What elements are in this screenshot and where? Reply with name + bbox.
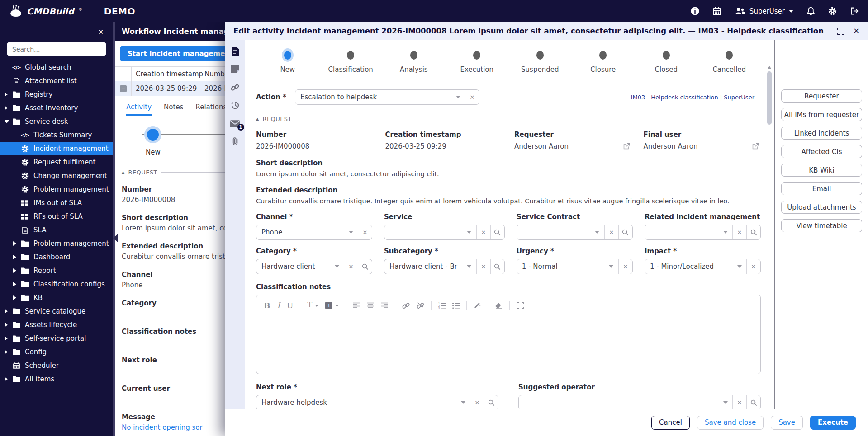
table-row[interactable]: − 2026-03-25 09:29 2026-IM000008 [115,81,225,96]
search-icon[interactable] [490,225,504,239]
sidebar-collapse-handle[interactable] [113,234,118,242]
sidebar-item-attachment-list[interactable]: Attachment list [0,74,113,88]
search-icon[interactable] [618,225,632,239]
action-combo[interactable]: Escalation to helpdesk ✕ [295,89,479,105]
clear-icon[interactable]: ✕ [732,395,746,410]
sidebar-item-registry[interactable]: Registry [0,88,113,101]
classification-notes-editor[interactable]: B I U T T 123 [256,295,761,374]
cancel-button[interactable]: Cancel [651,416,690,430]
activity-form-icon[interactable] [230,46,241,56]
sidebar-item-assets-lifecycle[interactable]: Assets lifecycle [0,318,113,332]
dropdown-caret-icon[interactable] [330,259,344,274]
dropdown-caret-icon[interactable] [462,259,476,274]
search-icon[interactable] [746,225,760,239]
align-left-button[interactable] [353,302,360,309]
search-icon[interactable] [490,259,504,274]
dropdown-caret-icon[interactable] [344,225,358,239]
sidebar-item-asset-inventory[interactable]: Asset Inventory [0,101,113,115]
sidebar-item-incident-management[interactable]: Incident management [0,142,113,155]
sidebar-item-classification-configs[interactable]: Classification configs. [0,277,113,291]
sidebar-item-config[interactable]: Config [0,345,113,359]
sidebar-item-dashboard[interactable]: Dashboard [0,250,113,264]
sidebar-item-change-management[interactable]: Change management [0,169,113,183]
open-final-user-icon[interactable] [752,143,759,150]
dropdown-caret-icon[interactable] [590,225,604,239]
bold-button[interactable]: B [264,301,270,310]
request-section-header[interactable]: ▲ REQUEST [256,116,761,122]
all-ims-from-requester-button[interactable]: All IMs from requester [781,108,862,121]
history-icon[interactable] [230,100,241,110]
unordered-list-button[interactable] [452,302,460,309]
dropdown-caret-icon[interactable] [451,90,465,104]
sidebar-item-tickets-summary[interactable]: </>Tickets Summary [0,128,113,142]
settings-gear-icon[interactable] [828,7,837,15]
impact-combo[interactable]: 1 - Minor/Localized ✕ [645,259,761,274]
column-creation-timestamp[interactable]: Creation timestamp [132,67,200,81]
sidebar-item-all-items[interactable]: All items [0,372,113,386]
content-scrollbar[interactable] [767,66,772,432]
editor-fullscreen-button[interactable] [517,302,524,309]
execute-button[interactable]: Execute [810,416,856,430]
search-icon[interactable] [484,395,498,410]
sidebar-item-request-fulfilment[interactable]: Request fulfilment [0,155,113,169]
attachments-paperclip-icon[interactable] [230,136,241,146]
next-role-combo[interactable]: Hardware helpdesk ✕ [256,395,498,410]
tab-relations[interactable]: Relations [195,103,225,116]
dropdown-caret-icon[interactable] [604,259,618,274]
clear-icon[interactable]: ✕ [476,225,490,239]
clear-icon[interactable]: ✕ [344,259,358,274]
sidebar-item-problem-management[interactable]: Problem management [0,183,113,196]
linked-incidents-button[interactable]: Linked incidents [781,127,862,140]
user-menu[interactable]: SuperUser [735,7,793,15]
dropdown-caret-icon[interactable] [462,225,476,239]
view-timetable-button[interactable]: View timetable [781,219,862,232]
search-icon[interactable] [746,395,760,410]
ordered-list-button[interactable]: 123 [438,302,446,309]
start-incident-management-button[interactable]: Start Incident management [120,46,225,61]
clear-icon[interactable]: ✕ [470,395,484,410]
open-requester-icon[interactable] [623,143,630,150]
dropdown-caret-icon[interactable] [718,395,732,410]
tab-activity[interactable]: Activity [126,103,152,116]
sidebar-item-scheduler[interactable]: Scheduler [0,359,113,372]
suggested-operator-combo[interactable]: ✕ [518,395,761,410]
search-icon[interactable] [358,259,372,274]
scroll-up-icon[interactable] [768,66,771,69]
row-collapse-icon[interactable]: − [120,85,127,92]
clear-icon[interactable]: ✕ [476,259,490,274]
align-center-button[interactable] [367,302,374,309]
info-icon[interactable] [691,7,699,15]
sidebar-item-service-desk[interactable]: Service desk [0,115,113,128]
logout-icon[interactable] [850,7,859,15]
sidebar-item-ims-out-of-sla[interactable]: IMs out of SLA [0,196,113,210]
close-icon[interactable]: ✕ [854,27,859,35]
dropdown-caret-icon[interactable] [456,395,470,410]
sidebar-item-sla[interactable]: SLA [0,223,113,237]
save-and-close-button[interactable]: Save and close [697,416,764,430]
clear-icon[interactable]: ✕ [732,225,746,239]
clear-format-eraser-button[interactable] [495,302,503,309]
align-right-button[interactable] [381,302,388,309]
request-section-header[interactable]: ▲ REQUEST [122,169,225,176]
sidebar-item-kb[interactable]: KB [0,291,113,305]
clear-icon[interactable]: ✕ [746,259,760,274]
sidebar-item-global-search[interactable]: </>Global search [0,61,113,74]
notes-icon[interactable] [230,64,241,74]
clear-icon[interactable]: ✕ [358,225,372,239]
upload-attachments-button[interactable]: Upload attachments [781,201,862,214]
service-contract-combo[interactable]: ✕ [517,225,633,240]
affected-cis-button[interactable]: Affected CIs [781,145,862,158]
scrollbar-thumb[interactable] [767,71,772,125]
underline-button[interactable]: U [287,301,293,310]
format-brush-button[interactable] [474,302,481,309]
fill-color-button[interactable]: T [325,302,339,309]
dropdown-caret-icon[interactable] [732,259,746,274]
sidebar-item-service-catalogue[interactable]: Service catalogue [0,305,113,318]
related-incident-combo[interactable]: ✕ [645,225,761,240]
maximize-icon[interactable] [837,28,844,35]
sidebar-item-rfs-out-of-sla[interactable]: RFs out of SLA [0,210,113,223]
tab-notes[interactable]: Notes [164,103,183,116]
save-button[interactable]: Save [771,416,803,430]
search-input[interactable] [7,42,106,56]
italic-button[interactable]: I [277,301,280,310]
